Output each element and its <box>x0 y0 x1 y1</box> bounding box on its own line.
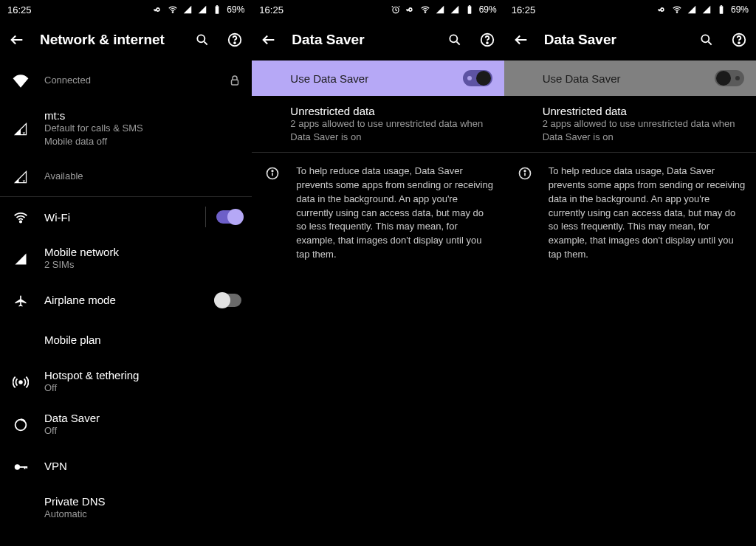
signal-icon <box>435 4 445 15</box>
status-time: 16:25 <box>7 4 32 15</box>
svg-rect-1 <box>216 6 219 13</box>
status-bar: 16:25 69% <box>504 0 756 19</box>
help-icon <box>227 32 243 48</box>
use-data-saver-row[interactable]: Use Data Saver <box>504 61 756 96</box>
svg-point-10 <box>19 381 22 384</box>
svg-point-20 <box>450 35 457 42</box>
help-button[interactable] <box>225 30 244 49</box>
svg-point-9 <box>20 221 21 222</box>
row-private-dns[interactable]: Private DNS Automatic <box>0 486 252 530</box>
search-button[interactable] <box>445 30 464 49</box>
page-title: Data Saver <box>292 32 431 48</box>
private-dns-sub: Automatic <box>44 508 241 521</box>
svg-rect-6 <box>232 80 238 85</box>
data-saver-title: Data Saver <box>44 412 241 424</box>
battery-percent: 69% <box>479 4 497 15</box>
svg-text:x: x <box>23 130 26 136</box>
row-airplane-mode[interactable]: Airplane mode <box>0 280 252 320</box>
row-sim-mts[interactable]: x mt:s Default for calls & SMS Mobile da… <box>0 100 252 156</box>
screen-data-saver-grey: 16:25 69% Data Saver Use Data Saver Unre… <box>504 0 756 546</box>
status-icons: 69% <box>153 4 244 15</box>
svg-rect-15 <box>26 466 27 469</box>
row-unrestricted-data[interactable]: Unrestricted data 2 apps allowed to use … <box>504 96 756 152</box>
battery-icon <box>716 4 726 15</box>
info-icon <box>265 166 280 181</box>
data-saver-sub: Off <box>44 424 241 438</box>
status-bar: 16:25 69% <box>0 0 252 19</box>
row-info: To help reduce data usage, Data Saver pr… <box>504 153 756 271</box>
row-vpn[interactable]: VPN <box>0 446 252 486</box>
arrow-left-icon <box>513 32 529 48</box>
svg-rect-14 <box>24 466 26 469</box>
search-button[interactable] <box>193 30 212 49</box>
search-icon <box>195 32 210 47</box>
wifi-icon <box>420 4 430 15</box>
signal-nox-icon: x <box>13 170 28 184</box>
airplane-icon <box>13 294 28 308</box>
svg-point-17 <box>425 12 426 13</box>
signal-icon <box>13 252 28 266</box>
back-button[interactable] <box>7 30 27 49</box>
hotspot-icon <box>13 374 29 390</box>
row-sim-available[interactable]: x Available <box>0 156 252 196</box>
row-hotspot[interactable]: Hotspot & tethering Off <box>0 360 252 404</box>
arrow-left-icon <box>9 32 25 48</box>
vpn-key-icon <box>153 4 163 15</box>
vpn-key-icon <box>405 4 416 15</box>
row-mobile-plan[interactable]: Mobile plan <box>0 320 252 360</box>
battery-icon <box>212 4 222 15</box>
data-saver-toggle[interactable] <box>463 70 492 86</box>
svg-point-30 <box>738 42 740 44</box>
status-time: 16:25 <box>512 4 536 15</box>
arrow-left-icon <box>261 32 277 48</box>
app-bar: Data Saver <box>252 19 504 61</box>
vpn-key-icon <box>13 459 29 475</box>
mobile-plan-title: Mobile plan <box>44 334 241 346</box>
row-connected-wifi[interactable]: Connected <box>0 61 252 100</box>
search-icon <box>699 32 714 47</box>
hotspot-sub: Off <box>44 381 241 395</box>
airplane-title: Airplane mode <box>44 294 203 306</box>
app-bar: Data Saver <box>504 19 756 61</box>
svg-rect-13 <box>19 466 27 468</box>
help-button[interactable] <box>478 30 497 49</box>
use-data-saver-row[interactable]: Use Data Saver <box>252 61 504 96</box>
svg-rect-19 <box>468 5 470 6</box>
search-button[interactable] <box>697 30 716 49</box>
search-icon <box>447 32 462 47</box>
available-label: Available <box>44 170 241 183</box>
status-bar: 16:25 69% <box>252 0 504 19</box>
airplane-toggle[interactable] <box>216 294 241 307</box>
hotspot-title: Hotspot & tethering <box>44 369 241 381</box>
wifi-full-icon <box>13 73 29 89</box>
back-button[interactable] <box>512 30 531 49</box>
row-mobile-network[interactable]: Mobile network 2 SIMs <box>0 237 252 280</box>
wifi-toggle[interactable] <box>216 210 241 224</box>
signal-icon <box>450 4 460 15</box>
screen-data-saver-on: 16:25 69% Data Saver Use Data Saver <box>252 0 504 546</box>
signal-icon <box>197 4 207 15</box>
unrestricted-title: Unrestricted data <box>543 105 746 117</box>
svg-point-22 <box>487 42 488 44</box>
help-button[interactable] <box>729 30 749 49</box>
signal-partial-icon: x <box>13 122 28 136</box>
row-unrestricted-data[interactable]: Unrestricted data 2 apps allowed to use … <box>252 96 504 152</box>
data-saver-toggle[interactable] <box>715 70 744 86</box>
info-text: To help reduce data usage, Data Saver pr… <box>296 165 493 262</box>
back-button[interactable] <box>259 30 278 49</box>
battery-percent: 69% <box>227 4 244 15</box>
battery-percent: 69% <box>731 4 749 15</box>
vpn-key-icon <box>657 4 667 15</box>
status-icons: 69% <box>657 4 749 15</box>
app-bar: Network & internet <box>0 19 252 61</box>
svg-text:x: x <box>23 178 26 184</box>
wifi-icon <box>13 210 29 226</box>
settings-list[interactable]: Connected x mt:s Default for calls & SMS… <box>0 61 252 546</box>
svg-rect-27 <box>721 5 722 6</box>
row-data-saver[interactable]: Data Saver Off <box>0 403 252 446</box>
row-wifi[interactable]: Wi-Fi <box>0 197 252 237</box>
row-info: To help reduce data usage, Data Saver pr… <box>252 153 504 271</box>
svg-point-28 <box>701 35 709 42</box>
page-title: Data Saver <box>544 32 684 48</box>
use-data-saver-label: Use Data Saver <box>543 72 621 85</box>
